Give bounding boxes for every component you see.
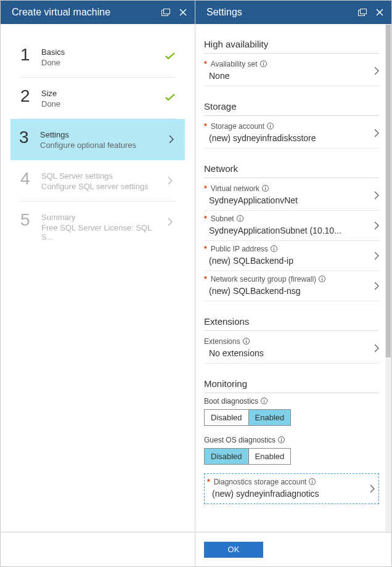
close-icon[interactable] (374, 7, 385, 18)
toggle-disabled[interactable]: Disabled (205, 449, 248, 464)
settings-panel: Settings High availability *Availability… (195, 1, 391, 566)
step-title: Summary (41, 213, 164, 222)
field-virtual-network[interactable]: *Virtual network SydneyApplicationvNet (204, 181, 379, 211)
info-icon[interactable] (261, 398, 268, 405)
step-size[interactable]: 2 Size Done (19, 78, 176, 119)
info-icon[interactable] (271, 245, 278, 253)
step-number: 4 (20, 170, 41, 187)
step-number: 1 (20, 46, 41, 63)
svg-rect-32 (312, 481, 312, 484)
svg-rect-3 (361, 9, 367, 14)
step-number: 3 (19, 129, 40, 146)
chevron-right-icon (374, 67, 379, 75)
ok-button[interactable]: OK (204, 542, 263, 558)
info-icon[interactable] (262, 185, 269, 192)
restore-icon[interactable] (357, 7, 368, 18)
svg-rect-6 (263, 62, 264, 63)
create-vm-header: Create virtual machine (1, 1, 195, 24)
chevron-right-icon (374, 251, 379, 260)
field-storage-account[interactable]: *Storage account (new) sydneyinfradiskss… (204, 118, 379, 149)
field-value: (new) sydneyinfradiagnotics (207, 486, 376, 499)
step-settings[interactable]: 3 Settings Configure optional features (10, 119, 185, 160)
steps-body: 1 Basics Done 2 Size Done (1, 24, 195, 532)
restore-icon[interactable] (160, 7, 171, 18)
step-basics[interactable]: 1 Basics Done (19, 36, 176, 78)
field-availability-set[interactable]: *Availability set None (204, 56, 379, 86)
required-marker: * (204, 184, 207, 193)
info-icon[interactable] (260, 60, 267, 68)
info-icon[interactable] (278, 436, 285, 444)
info-icon[interactable] (309, 478, 316, 486)
field-label-text: Extensions (204, 337, 240, 346)
required-marker: * (204, 122, 207, 131)
chevron-right-icon (164, 170, 176, 185)
section-extensions: Extensions Extensions No extensions (204, 309, 379, 364)
guest-diag-toggle[interactable]: Disabled Enabled (204, 448, 291, 465)
field-value: (new) SQLBackend-nsg (204, 284, 379, 296)
info-icon[interactable] (243, 338, 250, 345)
field-label-text: Diagnostics storage account (214, 478, 307, 486)
toggle-enabled[interactable]: Enabled (248, 449, 291, 464)
info-icon[interactable] (319, 275, 326, 283)
svg-rect-11 (265, 188, 266, 190)
svg-rect-14 (240, 218, 240, 221)
step-subtitle: Free SQL Server License: SQL S... (41, 223, 164, 242)
step-title: SQL Server settings (41, 171, 164, 181)
toggle-enabled[interactable]: Enabled (248, 410, 291, 425)
field-value: No extensions (204, 346, 379, 358)
field-label-text: Public IP address (211, 245, 268, 253)
svg-rect-17 (274, 248, 274, 251)
section-title: Monitoring (204, 371, 379, 393)
boot-diag-toggle[interactable]: Disabled Enabled (204, 409, 291, 426)
svg-rect-33 (312, 480, 312, 481)
field-label-text: Subnet (211, 214, 234, 223)
svg-rect-12 (265, 187, 266, 187)
field-value: (new) SQLBackend-ip (204, 253, 379, 266)
check-icon (164, 88, 176, 101)
settings-header: Settings (195, 1, 391, 24)
create-vm-title: Create virtual machine (12, 7, 154, 18)
step-subtitle: Configure SQL server settings (41, 182, 164, 191)
section-high-availability: High availability *Availability set None (204, 31, 379, 86)
field-extensions[interactable]: Extensions No extensions (204, 333, 379, 364)
svg-rect-27 (264, 399, 264, 400)
field-value: None (204, 68, 379, 81)
field-label-text: Availability set (211, 60, 258, 68)
chevron-right-icon (374, 191, 379, 200)
svg-rect-29 (281, 439, 282, 442)
info-icon[interactable] (237, 215, 244, 222)
chevron-right-icon (370, 484, 375, 493)
step-subtitle: Configure optional features (40, 141, 165, 150)
step-title: Size (41, 89, 164, 98)
field-label-text: Network security group (firewall) (211, 275, 316, 284)
field-public-ip[interactable]: *Public IP address (new) SQLBackend-ip (204, 241, 379, 271)
scrollbar-thumb[interactable] (386, 25, 391, 357)
info-icon[interactable] (267, 123, 274, 130)
field-value: SydneyApplicationvNet (204, 193, 379, 205)
check-icon (164, 46, 176, 60)
field-label-text: Storage account (211, 122, 264, 131)
close-icon[interactable] (178, 7, 189, 18)
svg-rect-20 (322, 279, 322, 281)
settings-footer: OK (195, 532, 391, 566)
chevron-right-icon (374, 129, 379, 137)
step-summary[interactable]: 5 Summary Free SQL Server License: SQL S… (19, 202, 176, 251)
scrollbar[interactable] (385, 24, 391, 532)
svg-rect-1 (164, 9, 170, 14)
create-vm-panel: Create virtual machine 1 Basics Done (1, 1, 195, 566)
toggle-disabled[interactable]: Disabled (205, 410, 248, 425)
svg-rect-30 (281, 438, 282, 439)
svg-rect-15 (240, 217, 240, 218)
required-marker: * (204, 60, 207, 68)
svg-rect-26 (264, 401, 264, 403)
field-nsg[interactable]: *Network security group (firewall) (new)… (204, 271, 379, 301)
required-marker: * (204, 275, 207, 284)
section-storage: Storage *Storage account (new) sydneyinf… (204, 94, 379, 149)
field-diag-storage[interactable]: *Diagnostics storage account (new) sydne… (204, 473, 379, 504)
step-title: Basics (41, 47, 164, 57)
section-title: Extensions (204, 309, 379, 331)
field-subnet[interactable]: *Subnet SydneyApplicationSubnet (10.10..… (204, 211, 379, 241)
svg-rect-18 (274, 247, 274, 248)
svg-rect-21 (322, 277, 322, 278)
step-sql-server[interactable]: 4 SQL Server settings Configure SQL serv… (19, 160, 176, 202)
